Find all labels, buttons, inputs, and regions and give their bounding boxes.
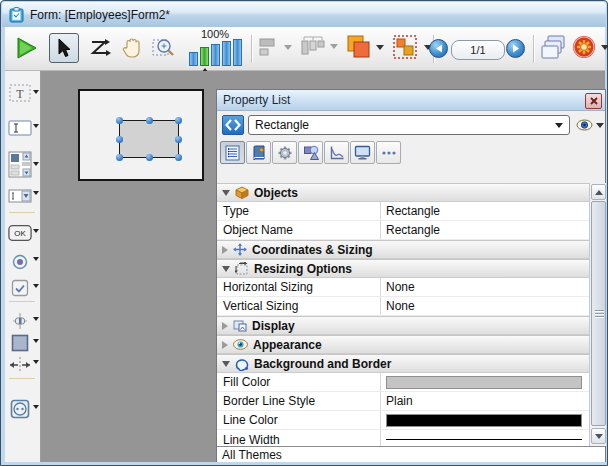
- section-background-and-border[interactable]: Background and Border: [217, 354, 589, 373]
- expand-arrow-icon[interactable]: [222, 322, 228, 330]
- listbox-tool-button[interactable]: [8, 150, 32, 178]
- play-icon: [14, 36, 38, 60]
- resize-handle-nw[interactable]: [116, 117, 123, 124]
- align-tool-button[interactable]: [258, 36, 292, 58]
- section-coordinates-sizing[interactable]: Coordinates & Sizing: [217, 240, 589, 259]
- property-label: Line Width: [217, 433, 380, 447]
- zoom-scale-widget[interactable]: [189, 39, 243, 66]
- object-selector-dropdown[interactable]: Rectangle: [248, 115, 570, 135]
- form-properties-dropdown-arrow-icon[interactable]: [601, 45, 608, 50]
- property-label: Horizontal Sizing: [217, 280, 380, 294]
- line-width-preview[interactable]: [386, 439, 582, 440]
- pan-tool-button[interactable]: [117, 33, 147, 63]
- line-color-swatch[interactable]: [386, 414, 582, 427]
- zoom-tool-button[interactable]: [149, 33, 179, 63]
- listbox-tool-dropdown-icon[interactable]: [33, 162, 39, 166]
- radio-tool-dropdown-icon[interactable]: [33, 257, 39, 261]
- scroll-down-icon: [595, 434, 603, 439]
- button-tool-button[interactable]: OK: [8, 222, 32, 244]
- fill-color-swatch[interactable]: [386, 376, 582, 389]
- entry-order-tool-button[interactable]: [85, 33, 115, 63]
- distribute-tool-button[interactable]: [300, 33, 338, 59]
- splitter-tool-button[interactable]: [8, 354, 32, 376]
- theme-filter-bar[interactable]: All Themes: [217, 446, 605, 462]
- zoom-bar-100-selected[interactable]: [200, 47, 209, 66]
- tab-display[interactable]: [350, 141, 375, 164]
- resize-handle-s[interactable]: [146, 154, 153, 161]
- property-value[interactable]: None: [380, 297, 589, 315]
- zoom-bar-400[interactable]: [222, 41, 231, 66]
- view-options-button[interactable]: [576, 117, 604, 133]
- zoom-bar-50[interactable]: [189, 52, 198, 66]
- input-tool-button[interactable]: [8, 117, 32, 139]
- combobox-tool-button[interactable]: [8, 185, 32, 207]
- pointer-tool-button[interactable]: [49, 33, 79, 63]
- align-dropdown-arrow-icon[interactable]: [284, 45, 292, 50]
- input-tool-dropdown-icon[interactable]: [33, 124, 39, 128]
- zoom-bar-200[interactable]: [211, 44, 220, 66]
- tool-separator: [9, 378, 35, 379]
- collapse-arrow-icon[interactable]: [222, 190, 230, 196]
- slider-tool-dropdown-icon[interactable]: [33, 317, 39, 321]
- resize-handle-sw[interactable]: [116, 154, 123, 161]
- text-tool-button[interactable]: T: [8, 82, 32, 104]
- section-display[interactable]: Display: [217, 316, 589, 335]
- radio-tool-button[interactable]: [8, 251, 32, 273]
- expand-arrow-icon[interactable]: [222, 341, 228, 349]
- tab-action[interactable]: [272, 141, 297, 164]
- expand-arrow-icon[interactable]: [222, 246, 228, 254]
- property-value[interactable]: Rectangle: [380, 221, 589, 239]
- distribute-dropdown-arrow-icon[interactable]: [330, 44, 338, 49]
- zoom-bar-800[interactable]: [233, 39, 242, 66]
- splitter-tool-dropdown-icon[interactable]: [33, 360, 39, 364]
- property-list-titlebar[interactable]: Property List: [217, 90, 605, 111]
- resize-handle-w[interactable]: [116, 136, 123, 143]
- tab-all-properties[interactable]: [220, 141, 245, 164]
- edit-code-button[interactable]: [222, 115, 244, 135]
- window-titlebar[interactable]: Form: [Employees]Form2*: [2, 2, 606, 27]
- plugin-tool-dropdown-icon[interactable]: [33, 405, 39, 409]
- resize-handle-ne[interactable]: [175, 117, 182, 124]
- property-value[interactable]: None: [380, 278, 589, 296]
- plugin-tool-button[interactable]: [8, 398, 32, 420]
- property-list-close-button[interactable]: [585, 93, 602, 109]
- scrollbar-thumb[interactable]: [591, 201, 606, 426]
- tab-objects[interactable]: [246, 141, 271, 164]
- next-page-button[interactable]: [506, 39, 525, 58]
- slider-tool-button[interactable]: [8, 310, 32, 332]
- tab-more[interactable]: [376, 141, 401, 164]
- tab-coordinates[interactable]: [298, 141, 323, 164]
- property-value[interactable]: Rectangle: [380, 202, 589, 220]
- level-dropdown-arrow-icon[interactable]: [376, 45, 384, 50]
- resize-handle-se[interactable]: [175, 154, 182, 161]
- checkbox-tool-dropdown-icon[interactable]: [33, 284, 39, 288]
- selected-rectangle-object[interactable]: [119, 120, 179, 158]
- rectangle-tool-button[interactable]: [8, 332, 32, 354]
- scroll-up-button[interactable]: [591, 184, 606, 200]
- scroll-down-button[interactable]: [591, 428, 606, 444]
- group-tool-button[interactable]: [393, 35, 432, 59]
- views-button[interactable]: [538, 33, 568, 63]
- collapse-arrow-icon[interactable]: [222, 266, 230, 272]
- section-appearance[interactable]: Appearance: [217, 335, 589, 354]
- resize-handle-e[interactable]: [175, 136, 182, 143]
- combobox-tool-dropdown-icon[interactable]: [33, 191, 39, 195]
- previous-page-button[interactable]: [429, 39, 448, 58]
- property-category-tabs: [217, 139, 605, 166]
- form-canvas[interactable]: [78, 89, 204, 181]
- section-resizing-options[interactable]: Resizing Options: [217, 259, 589, 278]
- tab-events[interactable]: [324, 141, 349, 164]
- button-tool-dropdown-icon[interactable]: [33, 229, 39, 233]
- rectangle-tool-dropdown-icon[interactable]: [33, 339, 39, 343]
- form-workspace[interactable]: Property List Rectangle: [41, 71, 605, 462]
- property-grid-scrollbar[interactable]: [589, 183, 606, 446]
- property-value[interactable]: Plain: [380, 392, 589, 410]
- form-properties-button[interactable]: [572, 35, 608, 59]
- section-objects[interactable]: Objects: [217, 183, 589, 202]
- text-tool-dropdown-icon[interactable]: [33, 90, 39, 94]
- resize-handle-n[interactable]: [146, 117, 153, 124]
- collapse-arrow-icon[interactable]: [222, 361, 230, 367]
- checkbox-tool-button[interactable]: [8, 277, 32, 299]
- run-form-button[interactable]: [11, 33, 41, 63]
- level-tool-button[interactable]: [345, 34, 384, 60]
